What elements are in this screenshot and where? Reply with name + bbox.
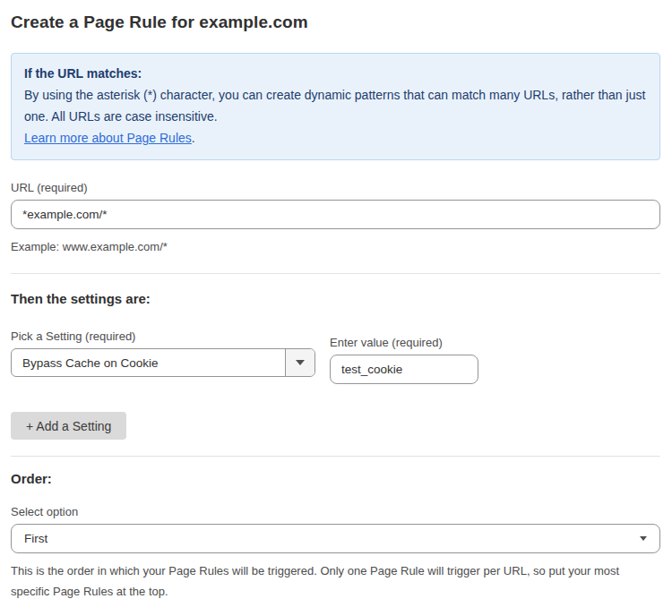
setting-row: Pick a Setting (required) Bypass Cache o…	[11, 329, 660, 384]
info-box-link-line: Learn more about Page Rules.	[24, 127, 647, 149]
setting-select-label: Pick a Setting (required)	[11, 329, 315, 343]
setting-select-value: Bypass Cache on Cookie	[12, 349, 285, 376]
setting-select-column: Pick a Setting (required) Bypass Cache o…	[11, 329, 315, 384]
info-box-heading: If the URL matches:	[24, 63, 647, 84]
order-select-label: Select option	[11, 505, 660, 518]
chevron-down-icon	[640, 536, 647, 541]
setting-value-input[interactable]	[330, 355, 478, 384]
url-field-helper: Example: www.example.com/*	[11, 236, 660, 257]
page-title: Create a Page Rule for example.com	[11, 13, 660, 32]
settings-section-heading: Then the settings are:	[11, 291, 660, 306]
divider	[11, 273, 660, 274]
value-field-label: Enter value (required)	[330, 336, 478, 349]
setting-select[interactable]: Bypass Cache on Cookie	[11, 348, 315, 377]
setting-select-arrow-button[interactable]	[285, 349, 314, 376]
link-suffix: .	[192, 131, 195, 145]
order-section-heading: Order:	[11, 471, 660, 486]
order-select[interactable]: First	[11, 524, 660, 553]
url-input[interactable]	[11, 200, 660, 229]
url-matches-info-box: If the URL matches: By using the asteris…	[11, 53, 660, 160]
add-setting-button[interactable]: + Add a Setting	[11, 412, 126, 440]
order-select-value: First	[24, 532, 47, 545]
learn-more-link[interactable]: Learn more about Page Rules	[24, 131, 192, 145]
info-box-body: By using the asterisk (*) character, you…	[24, 84, 647, 127]
chevron-down-icon	[296, 360, 305, 365]
url-field-label: URL (required)	[11, 181, 660, 194]
setting-value-column: Enter value (required)	[330, 329, 478, 384]
divider	[11, 456, 660, 457]
order-helper-text: This is the order in which your Page Rul…	[11, 560, 660, 602]
create-page-rule-panel: Create a Page Rule for example.com If th…	[0, 0, 672, 616]
